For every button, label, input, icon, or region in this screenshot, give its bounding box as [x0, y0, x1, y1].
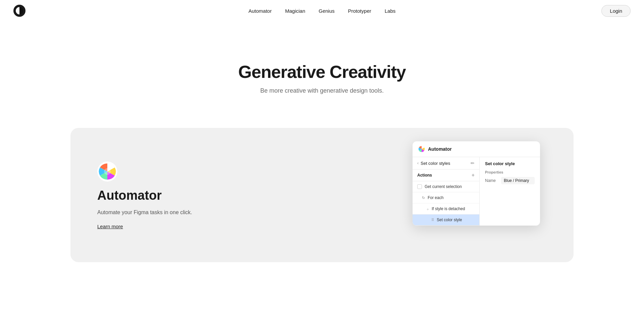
list-item-label: Set color style: [437, 218, 462, 222]
list-item-get-selection[interactable]: Get current selection: [413, 181, 479, 192]
breadcrumb-title: Set color styles: [421, 161, 469, 166]
list-item-label: For each: [428, 195, 443, 200]
property-row-name: Name Blue / Primary: [485, 177, 535, 184]
loop-icon: ↻: [422, 196, 425, 200]
main-nav: Automator Magician Genius Prototyper Lab…: [249, 8, 396, 14]
condition-icon: ⬦: [427, 207, 429, 211]
property-key: Name: [485, 178, 498, 183]
app-description: Automate your Figma tasks in one click.: [97, 209, 192, 216]
edit-icon[interactable]: ✏: [471, 160, 475, 166]
add-action-icon[interactable]: +: [472, 172, 475, 178]
login-button[interactable]: Login: [601, 5, 631, 17]
right-panel-title: Set color style: [485, 161, 535, 166]
demo-left-panel: Automator Automate your Figma tasks in o…: [97, 148, 192, 229]
list-item-label: Get current selection: [425, 184, 462, 189]
nav-genius[interactable]: Genius: [319, 8, 335, 14]
nav-prototyper[interactable]: Prototyper: [348, 8, 371, 14]
list-item-set-color[interactable]: ⠿ Set color style: [413, 214, 479, 226]
hero-subtitle: Be more creative with generative design …: [260, 87, 384, 94]
hero-title: Generative Creativity: [238, 62, 406, 82]
properties-label: Properties: [485, 170, 535, 174]
list-item-label: If style is detached: [432, 206, 465, 211]
nav-labs[interactable]: Labs: [385, 8, 396, 14]
plugin-mockup: Automator ‹ Set color styles ✏ Actions +: [413, 141, 540, 226]
hero-section: Generative Creativity Be more creative w…: [0, 21, 644, 114]
header: Automator Magician Genius Prototyper Lab…: [0, 0, 644, 21]
plugin-title: Automator: [428, 146, 535, 152]
list-item-if-condition[interactable]: ⬦ If style is detached: [413, 203, 479, 214]
plugin-right-panel: Set color style Properties Name Blue / P…: [480, 157, 540, 226]
svg-point-2: [104, 168, 111, 175]
demo-card: Automator Automate your Figma tasks in o…: [70, 128, 574, 262]
action-icon: ⠿: [431, 218, 434, 222]
checkbox-icon: [417, 184, 422, 189]
plugin-left-panel: ‹ Set color styles ✏ Actions + Get curre…: [413, 157, 480, 226]
demo-container: Automator Automate your Figma tasks in o…: [0, 128, 644, 262]
back-icon[interactable]: ‹: [417, 161, 419, 165]
logo-button[interactable]: [13, 5, 25, 17]
plugin-breadcrumb: ‹ Set color styles ✏: [413, 157, 479, 170]
app-name: Automator: [97, 188, 192, 203]
plugin-header: Automator: [413, 141, 540, 157]
actions-label: Actions: [417, 173, 472, 178]
list-item-for-each[interactable]: ↻ For each: [413, 192, 479, 203]
automator-logo: [97, 161, 117, 182]
learn-more-link[interactable]: Learn more: [97, 224, 192, 229]
plugin-body: ‹ Set color styles ✏ Actions + Get curre…: [413, 157, 540, 226]
nav-magician[interactable]: Magician: [285, 8, 305, 14]
property-value[interactable]: Blue / Primary: [501, 177, 535, 184]
plugin-logo: [418, 145, 425, 153]
nav-automator[interactable]: Automator: [249, 8, 272, 14]
actions-section-header: Actions +: [413, 170, 479, 181]
